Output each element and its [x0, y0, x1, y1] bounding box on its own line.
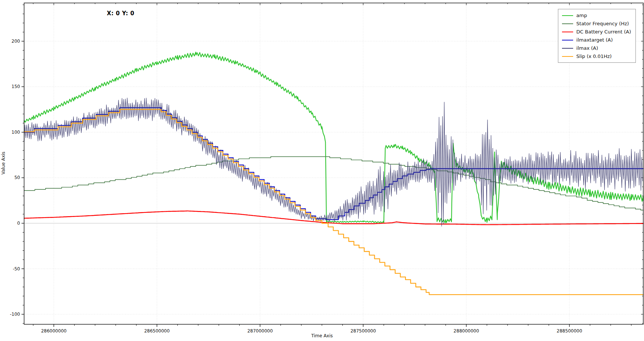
x-tick-label: 286000000 [41, 328, 67, 334]
legend: ampStator Frequency (Hz)DC Battery Curre… [558, 9, 636, 63]
x-tick-label: 287500000 [351, 328, 376, 334]
legend-swatch-ilmax-a [562, 48, 573, 49]
legend-item-ilmax-a[interactable]: ilmax (A) [562, 45, 631, 51]
legend-label-dc-battery-current-a: DC Battery Current (A) [576, 29, 631, 35]
legend-label-stator-frequency-hz: Stator Frequency (Hz) [576, 21, 629, 26]
chart-window: -100-50050100150200286000000286500000287… [0, 0, 644, 341]
legend-swatch-amp [562, 15, 573, 16]
x-tick-label: 288000000 [454, 328, 479, 334]
y-tick-label: -50 [13, 266, 20, 272]
legend-label-amp: amp [576, 13, 587, 18]
cursor-readout: X: 0 Y: 0 [107, 10, 134, 17]
y-axis-title: Value Axis [1, 146, 6, 180]
legend-swatch-slip-x-0-01hz [562, 56, 573, 57]
x-tick-label: 286500000 [144, 328, 170, 334]
y-tick-label: 100 [12, 130, 20, 135]
legend-item-slip-x-0-01hz[interactable]: Slip (x 0.01Hz) [562, 53, 631, 59]
y-tick-label: 0 [17, 221, 20, 226]
legend-swatch-ilmaxtarget-a [562, 40, 573, 40]
legend-label-ilmaxtarget-a: ilmaxtarget (A) [576, 37, 613, 43]
x-tick-label: 287000000 [247, 328, 273, 334]
y-tick-label: 50 [14, 175, 20, 180]
plot-svg: -100-50050100150200286000000286500000287… [0, 0, 644, 341]
legend-swatch-stator-frequency-hz [562, 23, 573, 24]
legend-label-ilmax-a: ilmax (A) [576, 45, 598, 51]
x-axis-title: Time Axis [0, 333, 644, 338]
y-tick-label: 150 [12, 84, 20, 89]
legend-item-stator-frequency-hz[interactable]: Stator Frequency (Hz) [562, 21, 631, 26]
legend-item-amp[interactable]: amp [562, 13, 631, 18]
x-tick-label: 288500000 [557, 328, 582, 334]
legend-label-slip-x-0-01hz: Slip (x 0.01Hz) [576, 53, 612, 59]
legend-swatch-dc-battery-current-a [562, 32, 573, 32]
y-tick-label: -100 [10, 312, 20, 317]
legend-item-ilmaxtarget-a[interactable]: ilmaxtarget (A) [562, 37, 631, 43]
legend-item-dc-battery-current-a[interactable]: DC Battery Current (A) [562, 29, 631, 35]
y-tick-label: 200 [12, 39, 20, 44]
